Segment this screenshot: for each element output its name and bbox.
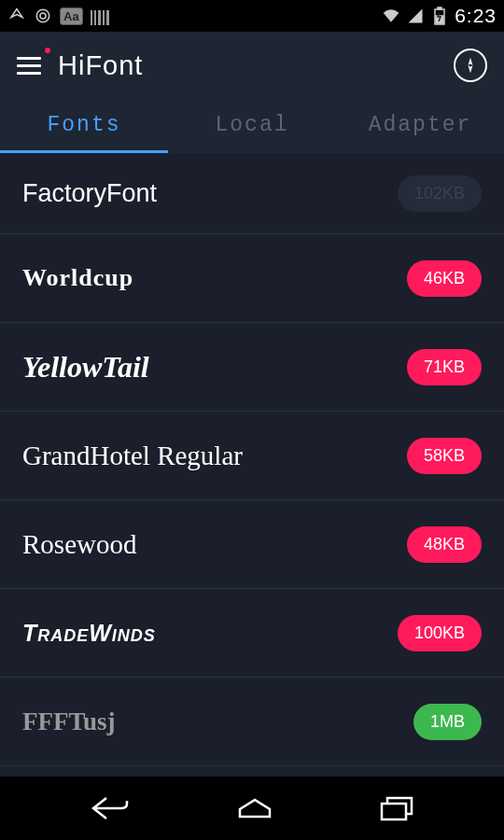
size-badge: 102KB <box>398 175 482 212</box>
target-icon <box>34 7 52 25</box>
leaf-icon <box>7 7 26 25</box>
font-name: TradeWinds <box>22 620 156 647</box>
font-item-ffftusj[interactable]: FFFTusj 1MB <box>0 678 504 766</box>
size-badge[interactable]: 100KB <box>398 615 482 651</box>
back-button[interactable] <box>90 794 131 822</box>
font-item-grandhotel[interactable]: GrandHotel Regular 58KB <box>0 412 504 500</box>
font-list: FactoryFont 102KB Worldcup 46KB YellowTa… <box>0 153 504 777</box>
nav-bar <box>0 777 504 840</box>
svg-rect-3 <box>438 7 441 9</box>
font-item-yellowtail[interactable]: YellowTail 71KB <box>0 323 504 412</box>
font-item-tradewinds[interactable]: TradeWinds 100KB <box>0 589 504 678</box>
compass-button[interactable] <box>454 49 487 82</box>
font-name: Rosewood <box>22 529 136 560</box>
font-item-rosewood[interactable]: Rosewood 48KB <box>0 500 504 589</box>
app-bar: HiFont <box>0 32 504 99</box>
app-title: HiFont <box>58 50 143 81</box>
home-button[interactable] <box>236 796 273 820</box>
svg-point-1 <box>40 13 46 19</box>
tab-fonts[interactable]: Fonts <box>0 99 168 153</box>
svg-point-0 <box>36 9 49 22</box>
font-item-worldcup[interactable]: Worldcup 46KB <box>0 234 504 323</box>
font-name: YellowTail <box>22 350 149 385</box>
battery-icon <box>430 7 449 25</box>
font-name: GrandHotel Regular <box>22 441 243 471</box>
tab-adapter[interactable]: Adapter <box>336 99 504 153</box>
barcode-icon <box>91 7 109 25</box>
tab-bar: Fonts Local Adapter <box>0 99 504 153</box>
status-bar: Aa 6:23 <box>0 0 504 32</box>
font-item-factoryfont[interactable]: FactoryFont 102KB <box>0 153 504 234</box>
font-name: FFFTusj <box>22 707 116 736</box>
notification-dot <box>45 48 50 53</box>
size-badge[interactable]: 48KB <box>407 526 482 563</box>
size-badge[interactable]: 58KB <box>407 438 482 474</box>
font-app-icon: Aa <box>60 7 83 25</box>
wifi-icon <box>382 7 400 25</box>
signal-icon <box>406 7 425 25</box>
status-time: 6:23 <box>455 5 497 27</box>
menu-button[interactable] <box>17 57 41 75</box>
size-badge[interactable]: 71KB <box>407 349 482 385</box>
font-name: FactoryFont <box>22 179 157 208</box>
size-badge[interactable]: 1MB <box>413 704 482 740</box>
recent-button[interactable] <box>379 794 414 822</box>
font-name: Worldcup <box>22 264 133 292</box>
svg-rect-5 <box>382 804 406 819</box>
tab-local[interactable]: Local <box>168 99 336 153</box>
size-badge[interactable]: 46KB <box>407 260 482 297</box>
